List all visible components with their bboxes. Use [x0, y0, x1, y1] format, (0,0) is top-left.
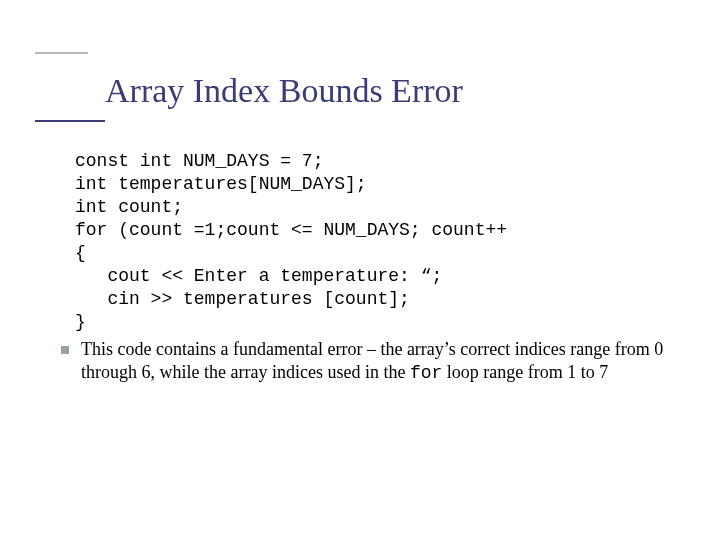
code-line-1: const int NUM_DAYS = 7;: [75, 150, 670, 173]
code-line-8: }: [75, 311, 670, 334]
code-line-5: {: [75, 242, 670, 265]
bullet-icon: [61, 346, 69, 354]
bullet-text: This code contains a fundamental error –…: [81, 338, 670, 385]
title-underline: [35, 120, 105, 122]
bullet-text-mono: for: [410, 363, 442, 383]
slide: Array Index Bounds Error const int NUM_D…: [0, 0, 720, 540]
title-area: Array Index Bounds Error: [105, 72, 463, 109]
code-line-6: cout << Enter a temperature: “;: [75, 265, 670, 288]
bullet-text-post: loop range from 1 to 7: [442, 362, 608, 382]
title-short-rule: [35, 52, 88, 54]
code-line-4: for (count =1;count <= NUM_DAYS; count++: [75, 219, 670, 242]
code-line-3: int count;: [75, 196, 670, 219]
slide-title: Array Index Bounds Error: [105, 72, 463, 109]
bullet-item: This code contains a fundamental error –…: [75, 338, 670, 385]
code-line-2: int temperatures[NUM_DAYS];: [75, 173, 670, 196]
code-line-7: cin >> temperatures [count];: [75, 288, 670, 311]
content-area: const int NUM_DAYS = 7; int temperatures…: [75, 150, 670, 385]
